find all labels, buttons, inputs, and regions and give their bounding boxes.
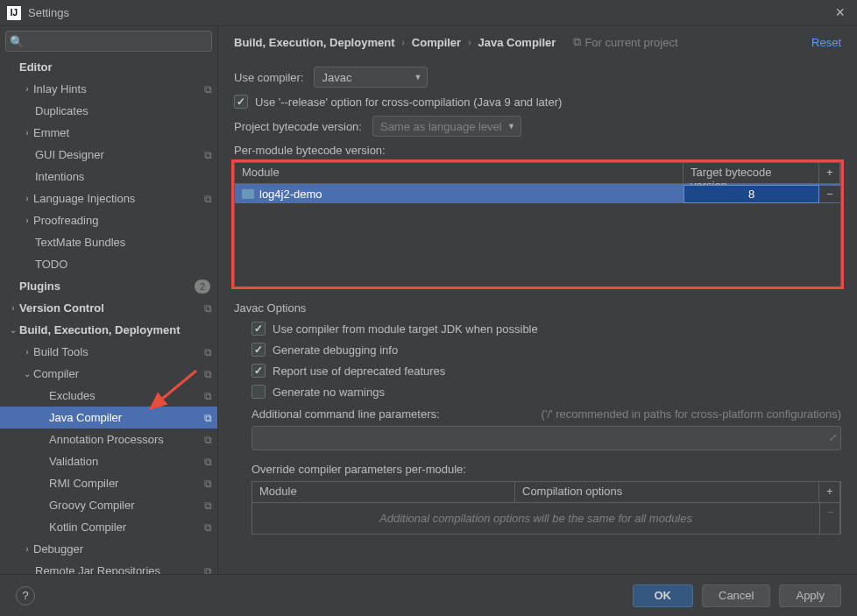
tree-groovy-compiler[interactable]: Groovy Compiler⧉ [0, 494, 217, 516]
module-bytecode-table: Module Target bytecode version + log4j2-… [234, 162, 841, 287]
breadcrumb-java-compiler: Java Compiler [478, 36, 556, 49]
project-icon: ⧉ [204, 302, 212, 315]
project-icon: ⧉ [204, 412, 212, 424]
use-compiler-dropdown[interactable]: Javac▼ [314, 67, 428, 88]
project-icon: ⧉ [204, 456, 212, 468]
tree-gui-designer[interactable]: GUI Designer⧉ [0, 144, 217, 166]
project-icon: ⧉ [204, 478, 212, 490]
close-icon[interactable]: × [830, 4, 850, 22]
project-icon: ⧉ [204, 390, 212, 402]
project-icon: ⧉ [204, 193, 212, 205]
tree-textmate[interactable]: TextMate Bundles [0, 231, 217, 253]
th-override-module: Module [252, 482, 515, 502]
use-target-jdk-checkbox[interactable] [251, 322, 266, 336]
per-module-label: Per-module bytecode version: [234, 144, 841, 157]
tree-todo[interactable]: TODO [0, 253, 217, 275]
override-table: Module Compilation options + Additional … [251, 481, 841, 535]
plugins-count-badge: 2 [195, 280, 210, 294]
additional-params-input[interactable]: ⤢ [251, 426, 841, 450]
window-title: Settings [28, 6, 830, 19]
titlebar: IJ Settings × [0, 0, 857, 26]
remove-override-button[interactable]: − [819, 503, 840, 534]
project-icon: ⧉ [204, 565, 212, 575]
th-target-version: Target bytecode version [683, 163, 819, 183]
main-panel: Build, Execution, Deployment › Compiler … [218, 26, 857, 574]
sidebar: 🔍 Editor ›Inlay Hints⧉ Duplicates ›Emmet… [0, 26, 218, 574]
project-icon: ⧉ [573, 35, 581, 49]
apply-button[interactable]: Apply [779, 584, 841, 607]
add-params-hint: ('/' recommended in paths for cross-plat… [542, 407, 841, 421]
footer: ? OK Cancel Apply [0, 574, 857, 616]
report-deprecated-label: Report use of deprecated features [273, 365, 445, 378]
ok-button[interactable]: OK [633, 584, 694, 607]
add-params-label: Additional command line parameters: [251, 407, 440, 421]
no-warnings-checkbox[interactable] [251, 385, 266, 399]
for-current-project-badge: ⧉ For current project [573, 35, 677, 49]
tree-editor[interactable]: Editor [0, 56, 217, 78]
project-icon: ⧉ [204, 434, 212, 446]
chevron-right-icon: › [468, 38, 471, 47]
project-icon: ⧉ [204, 346, 212, 358]
tree-duplicates[interactable]: Duplicates [0, 100, 217, 122]
tree-annotation-processors[interactable]: Annotation Processors⧉ [0, 428, 217, 450]
tree-inlay-hints[interactable]: ›Inlay Hints⧉ [0, 78, 217, 100]
tree-java-compiler[interactable]: Java Compiler⧉ [0, 407, 217, 428]
app-icon: IJ [7, 6, 21, 20]
tree-build-tools[interactable]: ›Build Tools⧉ [0, 341, 217, 363]
gen-debug-checkbox[interactable] [251, 343, 266, 357]
tree-proofreading[interactable]: ›Proofreading [0, 209, 217, 231]
project-icon: ⧉ [204, 499, 212, 512]
tree-remote-jar[interactable]: Remote Jar Repositories⧉ [0, 560, 217, 574]
tree-plugins[interactable]: Plugins2 [0, 275, 217, 297]
project-bytecode-label: Project bytecode version: [234, 120, 362, 133]
search-icon: 🔍 [10, 35, 24, 48]
cancel-button[interactable]: Cancel [702, 584, 770, 607]
release-option-label: Use '--release' option for cross-compila… [255, 96, 562, 109]
tree-kotlin-compiler[interactable]: Kotlin Compiler⧉ [0, 516, 217, 538]
no-warnings-label: Generate no warnings [273, 386, 385, 399]
tree-build-execution-deployment[interactable]: ⌄Build, Execution, Deployment [0, 319, 217, 341]
tree-language-injections[interactable]: ›Language Injections⧉ [0, 188, 217, 209]
chevron-right-icon: › [401, 38, 404, 47]
expand-icon[interactable]: ⤢ [829, 432, 837, 443]
search-input[interactable] [5, 31, 212, 52]
use-target-jdk-label: Use compiler from module target JDK when… [273, 322, 538, 336]
module-name: log4j2-demo [259, 188, 322, 201]
override-label: Override compiler parameters per-module: [251, 463, 841, 476]
remove-module-button[interactable]: − [819, 186, 840, 202]
project-bytecode-dropdown[interactable]: Same as language level▼ [372, 116, 521, 137]
gen-debug-label: Generate debugging info [273, 343, 398, 357]
tree-intentions[interactable]: Intentions [0, 166, 217, 188]
project-icon: ⧉ [204, 368, 212, 380]
tree-rmi-compiler[interactable]: RMI Compiler⧉ [0, 472, 217, 494]
breadcrumb: Build, Execution, Deployment › Compiler … [234, 36, 556, 49]
breadcrumb-compiler[interactable]: Compiler [412, 36, 461, 49]
tree-validation[interactable]: Validation⧉ [0, 450, 217, 472]
target-version-cell[interactable]: 8 [683, 185, 819, 203]
add-module-button[interactable]: + [819, 163, 840, 183]
tree-excludes[interactable]: Excludes⧉ [0, 385, 217, 407]
tree-compiler[interactable]: ⌄Compiler⧉ [0, 363, 217, 385]
release-option-checkbox[interactable] [234, 95, 248, 109]
settings-tree: Editor ›Inlay Hints⧉ Duplicates ›Emmet G… [0, 56, 217, 574]
javac-options-title: Javac Options [234, 301, 841, 315]
chevron-down-icon: ▼ [507, 122, 515, 131]
override-empty-message: Additional compilation options will be t… [252, 503, 819, 534]
reset-link[interactable]: Reset [811, 36, 841, 49]
tree-debugger[interactable]: ›Debugger [0, 538, 217, 560]
tree-emmet[interactable]: ›Emmet [0, 122, 217, 144]
help-button[interactable]: ? [16, 586, 35, 605]
folder-icon [242, 189, 254, 199]
project-icon: ⧉ [204, 149, 212, 161]
th-override-opts: Compilation options [515, 482, 819, 502]
use-compiler-label: Use compiler: [234, 71, 303, 84]
table-row[interactable]: log4j2-demo 8 − [235, 184, 840, 203]
report-deprecated-checkbox[interactable] [251, 364, 266, 378]
add-override-button[interactable]: + [819, 482, 840, 502]
search-input-wrap: 🔍 [5, 31, 212, 52]
project-icon: ⧉ [204, 83, 212, 96]
project-icon: ⧉ [204, 521, 212, 534]
breadcrumb-bed[interactable]: Build, Execution, Deployment [234, 36, 394, 49]
tree-version-control[interactable]: ›Version Control⧉ [0, 297, 217, 319]
th-module: Module [235, 163, 683, 183]
